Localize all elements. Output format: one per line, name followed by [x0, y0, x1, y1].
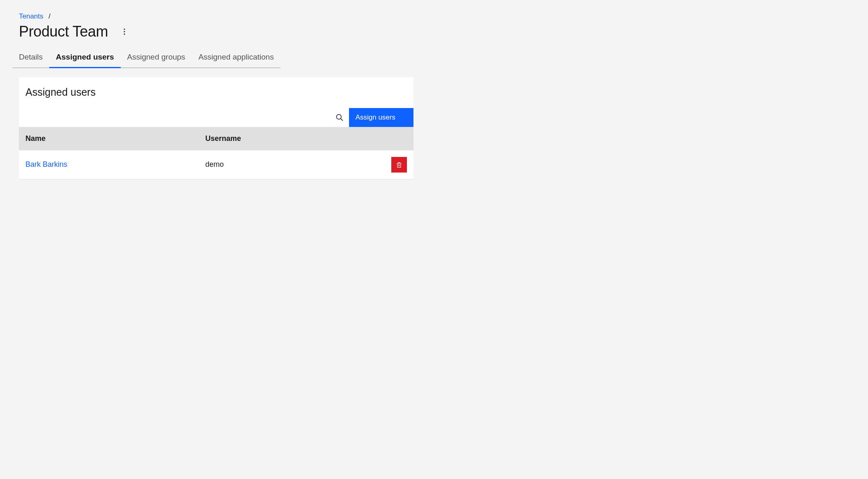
tabs: Details Assigned users Assigned groups A…: [12, 48, 591, 68]
assigned-users-panel: Assigned users Assign users Name Usernam…: [19, 77, 413, 180]
page-title: Product Team: [19, 23, 108, 40]
breadcrumb-tenants-link[interactable]: Tenants: [19, 12, 44, 20]
assign-users-button[interactable]: Assign users: [349, 108, 413, 127]
user-name-link[interactable]: Bark Barkins: [25, 160, 67, 168]
svg-point-0: [124, 28, 125, 30]
tab-assigned-users[interactable]: Assigned users: [49, 48, 121, 68]
remove-user-button[interactable]: [391, 157, 407, 173]
overflow-menu-button[interactable]: [119, 27, 129, 37]
column-header-username: Username: [199, 127, 385, 150]
user-username: demo: [199, 150, 385, 180]
panel-title: Assigned users: [19, 77, 413, 108]
svg-point-3: [336, 114, 341, 119]
column-header-name: Name: [19, 127, 199, 150]
trash-icon: [396, 161, 402, 168]
table-header-row: Name Username: [19, 127, 413, 150]
svg-rect-5: [397, 163, 401, 167]
svg-point-1: [124, 31, 125, 32]
search-button[interactable]: [330, 108, 349, 127]
breadcrumb: Tenants /: [19, 12, 591, 21]
breadcrumb-separator: /: [48, 12, 51, 20]
svg-line-4: [340, 119, 342, 121]
table-toolbar: Assign users: [19, 108, 413, 127]
kebab-icon: [124, 28, 125, 35]
tab-details[interactable]: Details: [12, 48, 49, 68]
tab-assigned-groups[interactable]: Assigned groups: [121, 48, 192, 68]
search-icon: [336, 114, 343, 121]
tab-assigned-applications[interactable]: Assigned applications: [192, 48, 280, 68]
assigned-users-table: Name Username Bark Barkins demo: [19, 127, 413, 180]
table-row: Bark Barkins demo: [19, 150, 413, 180]
svg-point-2: [124, 33, 125, 35]
column-header-actions: [385, 127, 413, 150]
